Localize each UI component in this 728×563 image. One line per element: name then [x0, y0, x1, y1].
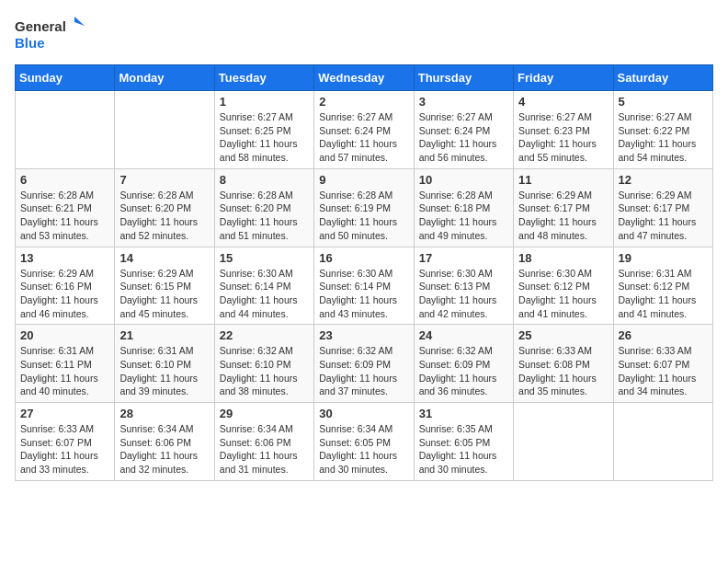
day-info: Sunrise: 6:33 AM Sunset: 6:07 PM Dayligh… [20, 422, 109, 477]
calendar-day-cell: 6Sunrise: 6:28 AM Sunset: 6:21 PM Daylig… [16, 168, 115, 247]
day-info: Sunrise: 6:32 AM Sunset: 6:09 PM Dayligh… [319, 344, 408, 398]
day-info: Sunrise: 6:27 AM Sunset: 6:24 PM Dayligh… [419, 110, 508, 165]
calendar-day-cell: 18Sunrise: 6:30 AM Sunset: 6:12 PM Dayli… [514, 247, 613, 325]
day-info: Sunrise: 6:28 AM Sunset: 6:20 PM Dayligh… [119, 189, 209, 243]
day-number: 30 [319, 407, 408, 420]
logo-svg: General Blue [15, 15, 88, 53]
day-info: Sunrise: 6:31 AM Sunset: 6:12 PM Dayligh… [619, 267, 708, 321]
day-info: Sunrise: 6:34 AM Sunset: 6:06 PM Dayligh… [119, 422, 209, 477]
calendar-day-cell: 10Sunrise: 6:28 AM Sunset: 6:18 PM Dayli… [414, 168, 513, 247]
day-number: 25 [518, 328, 608, 342]
calendar-day-cell: 25Sunrise: 6:33 AM Sunset: 6:08 PM Dayli… [514, 325, 613, 403]
calendar-day-cell: 11Sunrise: 6:29 AM Sunset: 6:17 PM Dayli… [514, 168, 613, 247]
day-info: Sunrise: 6:32 AM Sunset: 6:09 PM Dayligh… [419, 344, 508, 398]
day-number: 4 [518, 95, 608, 109]
day-number: 18 [518, 251, 608, 265]
calendar-day-cell: 5Sunrise: 6:27 AM Sunset: 6:22 PM Daylig… [613, 91, 712, 169]
day-number: 23 [319, 328, 408, 342]
day-number: 21 [119, 328, 209, 342]
day-number: 15 [220, 251, 309, 265]
calendar-day-cell: 13Sunrise: 6:29 AM Sunset: 6:16 PM Dayli… [16, 247, 115, 325]
day-number: 22 [220, 328, 309, 342]
svg-text:General: General [15, 18, 66, 34]
page-header: General Blue [15, 15, 713, 53]
calendar-day-cell: 7Sunrise: 6:28 AM Sunset: 6:20 PM Daylig… [115, 168, 214, 247]
day-info: Sunrise: 6:31 AM Sunset: 6:11 PM Dayligh… [20, 344, 109, 398]
day-number: 28 [119, 407, 209, 420]
calendar-day-cell [16, 91, 115, 169]
day-info: Sunrise: 6:32 AM Sunset: 6:10 PM Dayligh… [220, 344, 309, 398]
day-info: Sunrise: 6:29 AM Sunset: 6:17 PM Dayligh… [619, 189, 708, 243]
weekday-cell: Sunday [16, 65, 115, 91]
weekday-cell: Monday [115, 65, 214, 91]
weekday-cell: Friday [514, 65, 613, 91]
day-number: 6 [20, 173, 109, 187]
calendar-day-cell: 2Sunrise: 6:27 AM Sunset: 6:24 PM Daylig… [314, 91, 414, 169]
calendar-day-cell: 21Sunrise: 6:31 AM Sunset: 6:10 PM Dayli… [115, 325, 214, 403]
weekday-cell: Wednesday [314, 65, 414, 91]
calendar-day-cell: 4Sunrise: 6:27 AM Sunset: 6:23 PM Daylig… [514, 91, 613, 169]
weekday-cell: Thursday [414, 65, 513, 91]
day-info: Sunrise: 6:27 AM Sunset: 6:23 PM Dayligh… [518, 110, 608, 165]
day-number: 14 [119, 251, 209, 265]
day-number: 11 [518, 173, 608, 187]
day-info: Sunrise: 6:35 AM Sunset: 6:05 PM Dayligh… [419, 422, 508, 477]
weekday-cell: Tuesday [214, 65, 313, 91]
day-number: 2 [319, 95, 408, 109]
calendar-day-cell: 29Sunrise: 6:34 AM Sunset: 6:06 PM Dayli… [214, 403, 313, 481]
day-number: 31 [419, 407, 508, 420]
calendar-day-cell: 8Sunrise: 6:28 AM Sunset: 6:20 PM Daylig… [214, 168, 313, 247]
day-info: Sunrise: 6:30 AM Sunset: 6:14 PM Dayligh… [220, 267, 309, 321]
day-info: Sunrise: 6:34 AM Sunset: 6:05 PM Dayligh… [319, 422, 408, 477]
day-number: 17 [419, 251, 508, 265]
calendar-week-row: 1Sunrise: 6:27 AM Sunset: 6:25 PM Daylig… [16, 91, 713, 169]
calendar-day-cell: 26Sunrise: 6:33 AM Sunset: 6:07 PM Dayli… [613, 325, 712, 403]
day-info: Sunrise: 6:27 AM Sunset: 6:25 PM Dayligh… [220, 110, 309, 165]
calendar-day-cell: 15Sunrise: 6:30 AM Sunset: 6:14 PM Dayli… [214, 247, 313, 325]
day-info: Sunrise: 6:30 AM Sunset: 6:14 PM Dayligh… [319, 267, 408, 321]
day-number: 13 [20, 251, 109, 265]
calendar-day-cell: 27Sunrise: 6:33 AM Sunset: 6:07 PM Dayli… [16, 403, 115, 481]
day-info: Sunrise: 6:28 AM Sunset: 6:18 PM Dayligh… [419, 189, 508, 243]
calendar-day-cell: 17Sunrise: 6:30 AM Sunset: 6:13 PM Dayli… [414, 247, 513, 325]
day-number: 16 [319, 251, 408, 265]
day-info: Sunrise: 6:28 AM Sunset: 6:21 PM Dayligh… [20, 189, 109, 243]
day-info: Sunrise: 6:30 AM Sunset: 6:12 PM Dayligh… [518, 267, 608, 321]
day-number: 29 [220, 407, 309, 420]
calendar-day-cell: 22Sunrise: 6:32 AM Sunset: 6:10 PM Dayli… [214, 325, 313, 403]
calendar-day-cell [514, 403, 613, 481]
calendar-day-cell: 12Sunrise: 6:29 AM Sunset: 6:17 PM Dayli… [613, 168, 712, 247]
day-number: 5 [619, 95, 708, 109]
day-number: 19 [619, 251, 708, 265]
calendar-week-row: 13Sunrise: 6:29 AM Sunset: 6:16 PM Dayli… [16, 247, 713, 325]
calendar-day-cell: 9Sunrise: 6:28 AM Sunset: 6:19 PM Daylig… [314, 168, 414, 247]
calendar-day-cell: 19Sunrise: 6:31 AM Sunset: 6:12 PM Dayli… [613, 247, 712, 325]
day-info: Sunrise: 6:29 AM Sunset: 6:17 PM Dayligh… [518, 189, 608, 243]
day-number: 27 [20, 407, 109, 420]
calendar-day-cell: 16Sunrise: 6:30 AM Sunset: 6:14 PM Dayli… [314, 247, 414, 325]
day-info: Sunrise: 6:28 AM Sunset: 6:20 PM Dayligh… [220, 189, 309, 243]
day-info: Sunrise: 6:27 AM Sunset: 6:22 PM Dayligh… [619, 110, 708, 165]
calendar-day-cell: 20Sunrise: 6:31 AM Sunset: 6:11 PM Dayli… [16, 325, 115, 403]
day-number: 26 [619, 328, 708, 342]
day-number: 8 [220, 173, 309, 187]
calendar-day-cell: 30Sunrise: 6:34 AM Sunset: 6:05 PM Dayli… [314, 403, 414, 481]
day-info: Sunrise: 6:27 AM Sunset: 6:24 PM Dayligh… [319, 110, 408, 165]
calendar-day-cell [115, 91, 214, 169]
day-number: 20 [20, 328, 109, 342]
day-number: 3 [419, 95, 508, 109]
day-info: Sunrise: 6:29 AM Sunset: 6:15 PM Dayligh… [119, 267, 209, 321]
calendar-table: SundayMondayTuesdayWednesdayThursdayFrid… [15, 64, 713, 481]
day-info: Sunrise: 6:33 AM Sunset: 6:07 PM Dayligh… [619, 344, 708, 398]
svg-marker-1 [74, 17, 85, 26]
calendar-week-row: 27Sunrise: 6:33 AM Sunset: 6:07 PM Dayli… [16, 403, 713, 481]
calendar-day-cell: 28Sunrise: 6:34 AM Sunset: 6:06 PM Dayli… [115, 403, 214, 481]
day-info: Sunrise: 6:33 AM Sunset: 6:08 PM Dayligh… [518, 344, 608, 398]
calendar-body: 1Sunrise: 6:27 AM Sunset: 6:25 PM Daylig… [16, 91, 713, 481]
day-info: Sunrise: 6:28 AM Sunset: 6:19 PM Dayligh… [319, 189, 408, 243]
calendar-day-cell: 24Sunrise: 6:32 AM Sunset: 6:09 PM Dayli… [414, 325, 513, 403]
day-info: Sunrise: 6:30 AM Sunset: 6:13 PM Dayligh… [419, 267, 508, 321]
calendar-day-cell: 23Sunrise: 6:32 AM Sunset: 6:09 PM Dayli… [314, 325, 414, 403]
calendar-day-cell: 31Sunrise: 6:35 AM Sunset: 6:05 PM Dayli… [414, 403, 513, 481]
calendar-week-row: 6Sunrise: 6:28 AM Sunset: 6:21 PM Daylig… [16, 168, 713, 247]
